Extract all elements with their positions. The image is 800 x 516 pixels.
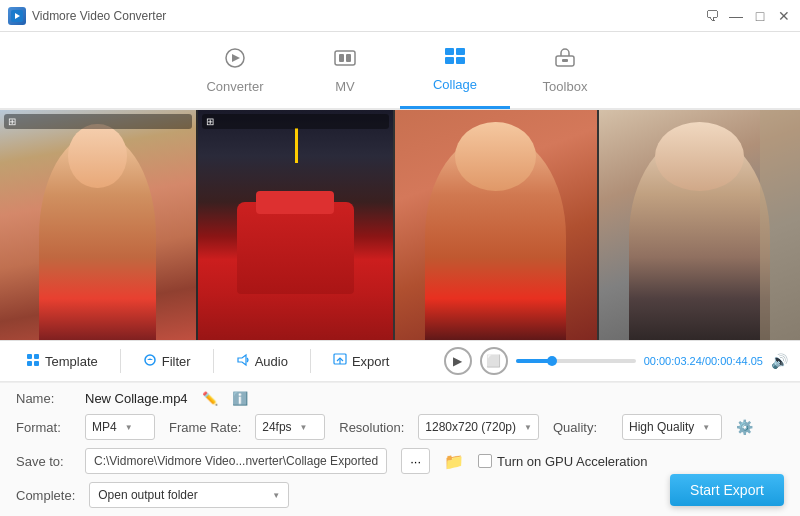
toolbox-icon [552,47,578,75]
svg-marker-18 [238,355,246,365]
svg-marker-3 [232,54,240,62]
tab-collage[interactable]: Collage [400,31,510,109]
audio-label: Audio [255,354,288,369]
export-label: Export [352,354,390,369]
title-bar-left: Vidmore Video Converter [8,7,166,25]
complete-value: Open output folder [98,488,197,502]
resolution-label: Resolution: [339,420,404,435]
tab-mv[interactable]: MV [290,31,400,109]
gpu-checkbox-area[interactable]: Turn on GPU Acceleration [478,454,648,469]
mv-icon [332,47,358,75]
filter-icon [143,353,157,370]
settings-row-format: Format: MP4 Frame Rate: 24fps Resolution… [16,414,784,440]
format-label: Format: [16,420,71,435]
toolbar-sep-1 [120,349,121,373]
quality-select[interactable]: High Quality [622,414,722,440]
gpu-label: Turn on GPU Acceleration [497,454,648,469]
settings-row-name: Name: New Collage.mp4 ✏️ ℹ️ [16,391,784,406]
cell1-edit-icon: ⊞ [4,114,192,129]
tab-mv-label: MV [335,79,355,94]
svg-rect-15 [27,361,32,366]
svg-rect-13 [27,354,32,359]
maximize-button[interactable]: □ [752,8,768,24]
svg-rect-14 [34,354,39,359]
app-title: Vidmore Video Converter [32,9,166,23]
playback-controls: ▶ ⬜ 00:00:03.24/00:00:44.05 🔊 [444,347,788,375]
format-select[interactable]: MP4 [85,414,155,440]
collage-cell-1[interactable]: ⊞ [0,110,198,340]
name-edit-icon[interactable]: ✏️ [202,391,218,406]
preview-girl2-bg [395,110,597,340]
complete-label: Complete: [16,488,75,503]
name-info-icon[interactable]: ℹ️ [232,391,248,406]
settings-row-saveto: Save to: C:\Vidmore\Vidmore Video...nver… [16,448,784,474]
close-button[interactable]: ✕ [776,8,792,24]
message-button[interactable]: 🗨 [704,8,720,24]
time-current: 00:00:03.24 [644,355,702,367]
start-export-button[interactable]: Start Export [670,474,784,506]
collage-right [395,110,800,340]
title-bar: Vidmore Video Converter 🗨 — □ ✕ [0,0,800,32]
quality-label: Quality: [553,420,608,435]
progress-dot [547,356,557,366]
settings-row-complete: Complete: Open output folder [16,482,784,508]
svg-rect-8 [456,48,465,55]
play-button[interactable]: ▶ [444,347,472,375]
svg-rect-5 [339,54,344,62]
name-label: Name: [16,391,71,406]
svg-rect-6 [346,54,351,62]
saveto-dots-button[interactable]: ··· [401,448,430,474]
resolution-value: 1280x720 (720p) [425,420,516,434]
preview-top [395,110,800,340]
format-value: MP4 [92,420,117,434]
time-total: 00:00:44.05 [705,355,763,367]
filter-button[interactable]: Filter [129,348,205,375]
framerate-label: Frame Rate: [169,420,241,435]
tab-toolbox[interactable]: Toolbox [510,31,620,109]
progress-bar[interactable] [516,359,636,363]
minimize-button[interactable]: — [728,8,744,24]
framerate-select[interactable]: 24fps [255,414,325,440]
preview-girl3-bg [599,110,801,340]
filter-label: Filter [162,354,191,369]
quality-value: High Quality [629,420,694,434]
video-area: ⊞ ⊞ [0,110,800,340]
collage-left: ⊞ ⊞ [0,110,395,340]
toolbar: Template Filter Audio [0,340,800,382]
template-label: Template [45,354,98,369]
svg-rect-16 [34,361,39,366]
template-icon [26,353,40,370]
audio-button[interactable]: Audio [222,348,302,375]
saveto-label: Save to: [16,454,71,469]
preview-cell-2 [599,110,801,340]
toolbar-sep-2 [213,349,214,373]
time-display: 00:00:03.24/00:00:44.05 [644,355,763,367]
framerate-value: 24fps [262,420,291,434]
svg-rect-9 [445,57,454,64]
tab-converter[interactable]: Converter [180,31,290,109]
app-icon [8,7,26,25]
svg-rect-10 [456,57,465,64]
nav-bar: Converter MV Collage [0,32,800,110]
tab-toolbox-label: Toolbox [543,79,588,94]
window-controls: 🗨 — □ ✕ [704,8,792,24]
name-value: New Collage.mp4 [85,391,188,406]
complete-select[interactable]: Open output folder [89,482,289,508]
cell2-edit-icon: ⊞ [202,114,390,129]
quality-gear-icon[interactable]: ⚙️ [736,419,753,435]
export-button[interactable]: Export [319,348,404,375]
converter-icon [222,47,248,75]
audio-icon [236,353,250,370]
volume-icon[interactable]: 🔊 [771,353,788,369]
stop-button[interactable]: ⬜ [480,347,508,375]
toolbar-sep-3 [310,349,311,373]
resolution-select[interactable]: 1280x720 (720p) [418,414,539,440]
template-button[interactable]: Template [12,348,112,375]
tab-converter-label: Converter [206,79,263,94]
collage-cell-2[interactable]: ⊞ [198,110,394,340]
preview-cell-1 [395,110,599,340]
folder-icon[interactable]: 📁 [444,452,464,471]
svg-rect-7 [445,48,454,55]
gpu-checkbox[interactable] [478,454,492,468]
tab-collage-label: Collage [433,77,477,92]
